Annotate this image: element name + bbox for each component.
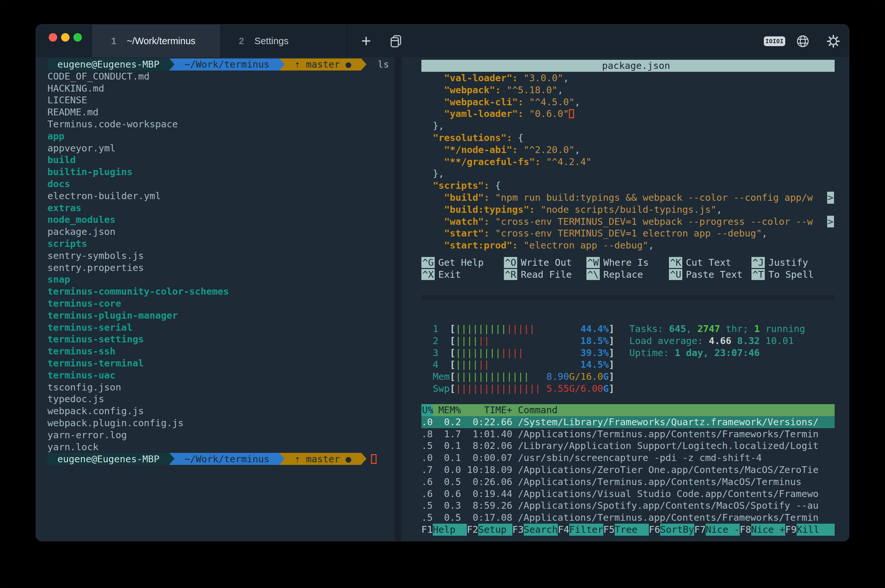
- summary-part: Uptime:: [629, 347, 675, 358]
- gear-icon: [826, 34, 840, 48]
- meter-value: 5.55G/6.00G: [546, 382, 609, 395]
- file-name: CODE_OF_CONDUCT.md: [47, 71, 150, 82]
- serial-port-icon[interactable]: IOIOI: [764, 36, 785, 46]
- directory-name: terminus-settings: [47, 334, 144, 345]
- traffic-lights: [49, 33, 82, 42]
- fkey-number: F1: [422, 524, 433, 536]
- tab-work-terminus[interactable]: 1 ~/Work/terminus: [92, 25, 220, 57]
- nano-shortcut[interactable]: ^TTo Spell: [752, 268, 834, 280]
- nano-shortcut[interactable]: ^XExit: [422, 268, 504, 280]
- shortcut-key: ^W: [586, 257, 600, 268]
- file-name: typedoc.js: [47, 393, 104, 405]
- file-name: webpack.plugin.config.js: [47, 417, 184, 429]
- process-row[interactable]: .70.010:18.09/Applications/ZeroTier One.…: [422, 464, 835, 476]
- process-table-header[interactable]: U%MEM%TIME+Command: [422, 404, 835, 416]
- directory-name: extras: [47, 202, 81, 213]
- shortcut-label: Write Out: [521, 257, 572, 268]
- json-punctuation: [422, 132, 433, 143]
- function-key[interactable]: F7Nice -: [694, 524, 740, 536]
- htop-process-table[interactable]: U%MEM%TIME+Command.00.20:22.66/System/Li…: [422, 404, 835, 524]
- fkey-label: Help: [433, 524, 467, 536]
- json-key: "*/node-abi":: [444, 144, 518, 155]
- meter-bracket: ]: [609, 371, 614, 382]
- minimize-button[interactable]: [61, 33, 69, 42]
- process-row[interactable]: .60.50:26.06/Applications/Terminus.app/C…: [422, 476, 835, 488]
- function-key[interactable]: F8Nice +: [740, 524, 785, 536]
- nano-shortcut[interactable]: ^RRead File: [504, 268, 586, 280]
- meter-bars-red: ||: [478, 359, 490, 370]
- process-row[interactable]: .00.20:22.66/System/Library/Frameworks/Q…: [422, 416, 835, 428]
- nano-buffer[interactable]: "val-loader": "3.0.0", "webpack": "^5.18…: [422, 72, 835, 252]
- header-cpu: U%: [422, 404, 433, 416]
- cell-time: 1:01.40: [466, 428, 512, 440]
- meter-bracket: [: [450, 383, 455, 394]
- process-row[interactable]: .50.50:17.08/Applications/Terminus.app/C…: [422, 512, 835, 524]
- json-punctuation: [490, 192, 495, 203]
- file-entry: yarn-error.log: [47, 429, 394, 441]
- json-value: "node scripts/build-typings.js": [541, 204, 716, 215]
- process-row[interactable]: .00.10:00.07/usr/sbin/screencapture -pdi…: [422, 452, 835, 464]
- cell-time: 0:19.44: [466, 488, 512, 500]
- json-punctuation: [422, 216, 444, 227]
- line-overflow-indicator: >: [827, 192, 834, 204]
- directory-name: node_modules: [47, 214, 116, 225]
- nano-shortcut[interactable]: ^GGet Help: [422, 256, 504, 268]
- pane-divider-vertical[interactable]: [394, 57, 402, 541]
- json-punctuation: [490, 228, 495, 239]
- meter-value-part: 5.55G/6.00: [546, 383, 603, 394]
- process-row[interactable]: .81.71:01.40/Applications/Terminus.app/C…: [422, 428, 835, 440]
- globe-button[interactable]: [796, 34, 810, 50]
- function-key[interactable]: F2Setup: [467, 524, 512, 536]
- close-button[interactable]: [49, 33, 57, 42]
- shortcut-key: ^T: [752, 269, 765, 280]
- process-row[interactable]: .50.38:59.26/Applications/Spotify.app/Co…: [422, 500, 835, 512]
- nano-shortcut[interactable]: ^WWhere Is: [586, 256, 669, 268]
- meter-bars: |||||||||||||||5.55G/6.00G: [456, 382, 609, 395]
- function-key[interactable]: F5Tree: [603, 524, 649, 536]
- cell-time: 0:26.06: [466, 476, 512, 488]
- function-key[interactable]: F1Help: [422, 524, 467, 536]
- function-key[interactable]: F6SortBy: [649, 524, 694, 536]
- nano-line: "val-loader": "3.0.0",: [422, 72, 835, 84]
- summary-part: Load average:: [629, 335, 709, 346]
- meter-bars-red: |||||: [507, 323, 535, 334]
- settings-button[interactable]: [826, 34, 840, 50]
- function-key[interactable]: F3Search: [512, 524, 558, 536]
- pane-divider-horizontal[interactable]: [422, 295, 835, 300]
- zoom-button[interactable]: [74, 33, 82, 42]
- json-value: "0.6.0": [529, 108, 569, 119]
- shortcut-label: Where Is: [603, 257, 649, 268]
- shell-pane[interactable]: eugene@Eugenes-MBP ~/Work/terminus ⇡ mas…: [36, 57, 394, 541]
- split-duplicate-button[interactable]: [383, 25, 409, 57]
- file-name: yarn-error.log: [47, 429, 127, 441]
- file-name: Terminus.code-workspace: [47, 118, 178, 130]
- nano-line: "watch": "cross-env TERMINUS_DEV=1 webpa…: [422, 216, 835, 228]
- prompt-path-segment: ~/Work/terminus: [174, 453, 279, 465]
- file-entry: terminus-settings: [47, 333, 394, 345]
- function-key[interactable]: F9Kill: [785, 524, 835, 536]
- meter-value-part: G: [603, 383, 609, 394]
- process-row[interactable]: .50.18:02.06/Library/Application Support…: [422, 440, 835, 452]
- cell-cpu: .5: [422, 440, 433, 452]
- file-entry: terminus-ssh: [47, 345, 394, 357]
- nano-shortcut[interactable]: ^JJustify: [752, 256, 834, 268]
- json-punctuation: ,: [558, 84, 563, 96]
- nano-shortcut[interactable]: ^UPaste Text: [669, 268, 752, 280]
- tab-settings[interactable]: 2 Settings: [220, 25, 348, 57]
- summary-part: 1 day, 23:07:46: [675, 347, 760, 358]
- meter-value-part: G/16.0: [569, 371, 603, 382]
- process-row[interactable]: .60.60:19.44/Applications/Visual Studio …: [422, 488, 835, 500]
- meter-value: 8.90G/16.0G: [546, 370, 609, 382]
- new-tab-button[interactable]: +: [353, 25, 379, 57]
- json-punctuation: [422, 144, 444, 155]
- function-key[interactable]: F4Filter: [558, 524, 603, 536]
- meter-percent: 18.5%: [580, 335, 609, 347]
- globe-icon: [796, 34, 810, 48]
- nano-shortcut[interactable]: ^OWrite Out: [504, 256, 586, 268]
- nano-shortcut[interactable]: ^KCut Text: [669, 256, 752, 268]
- cell-mem: 0.1: [438, 440, 461, 452]
- directory-name: terminus-terminal: [47, 358, 144, 369]
- powerline-arrow-icon: [169, 453, 174, 465]
- memory-meter: Mem[|||||||||||||8.90G/16.0G]: [422, 370, 614, 382]
- nano-shortcut[interactable]: ^\Replace: [586, 268, 669, 280]
